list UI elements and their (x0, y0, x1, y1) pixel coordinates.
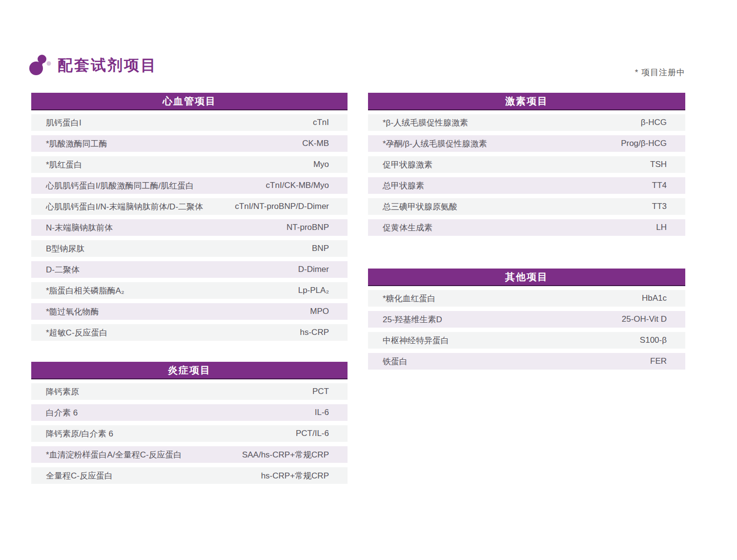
item-name: 促甲状腺激素 (383, 159, 432, 170)
table-row: *脂蛋白相关磷脂酶A₂Lp-PLA₂ (31, 282, 348, 299)
item-code: PCT/IL-6 (296, 429, 329, 438)
table-row: D-二聚体D-Dimer (31, 261, 348, 278)
item-name: 总三碘甲状腺原氨酸 (383, 201, 457, 212)
item-code: 25-OH-Vit D (622, 314, 667, 324)
table-row: 25-羟基维生素D25-OH-Vit D (368, 311, 685, 328)
table-row: N-末端脑钠肽前体NT-proBNP (31, 219, 348, 236)
table-row: 降钙素原/白介素 6PCT/IL-6 (31, 425, 348, 442)
item-code: cTnI/NT-proBNP/D-Dimer (235, 202, 329, 211)
table-row: 总三碘甲状腺原氨酸TT3 (368, 198, 685, 215)
item-name: *脂蛋白相关磷脂酶A₂ (46, 285, 124, 296)
item-code: D-Dimer (298, 265, 329, 274)
table-body-cardiovascular: 肌钙蛋白IcTnI*肌酸激酶同工酶CK-MB*肌红蛋白Myo心肌肌钙蛋白I/肌酸… (31, 114, 348, 341)
item-code: cTnI (313, 118, 329, 127)
item-code: cTnI/CK-MB/Myo (266, 181, 329, 190)
item-name: 铁蛋白 (383, 356, 408, 367)
item-code: SAA/hs-CRP+常规CRP (242, 449, 329, 460)
item-code: β-HCG (641, 118, 667, 127)
item-name: *血清淀粉样蛋白A/全量程C-反应蛋白 (46, 449, 182, 460)
table-row: B型钠尿肽BNP (31, 240, 348, 257)
item-name: *β-人绒毛膜促性腺激素 (383, 117, 468, 128)
item-code: IL-6 (315, 408, 329, 417)
right-column: 激素项目 *β-人绒毛膜促性腺激素β-HCG*孕酮/β-人绒毛膜促性腺激素Pro… (368, 93, 685, 370)
table-row: 促甲状腺激素TSH (368, 156, 685, 173)
item-code: Myo (313, 160, 329, 169)
item-code: Lp-PLA₂ (298, 286, 329, 295)
table-row: *β-人绒毛膜促性腺激素β-HCG (368, 114, 685, 131)
registration-note: * 项目注册中 (635, 67, 685, 78)
item-code: TSH (650, 160, 667, 169)
item-name: *超敏C-反应蛋白 (46, 327, 108, 338)
item-code: PCT (312, 387, 329, 396)
item-code: CK-MB (302, 139, 329, 148)
item-code: NT-proBNP (287, 223, 329, 232)
table-cardiovascular: 心血管项目 肌钙蛋白IcTnI*肌酸激酶同工酶CK-MB*肌红蛋白Myo心肌肌钙… (31, 93, 348, 341)
item-code: Prog/β-HCG (621, 139, 667, 148)
table-row: *血清淀粉样蛋白A/全量程C-反应蛋白SAA/hs-CRP+常规CRP (31, 446, 348, 463)
item-name: 促黄体生成素 (383, 222, 432, 233)
table-row: *超敏C-反应蛋白hs-CRP (31, 324, 348, 341)
table-row: *肌酸激酶同工酶CK-MB (31, 135, 348, 152)
page-title: 配套试剂项目 (58, 55, 157, 76)
item-name: *髓过氧化物酶 (46, 306, 99, 317)
item-code: S100-β (640, 335, 667, 345)
table-row: 中枢神经特异蛋白S100-β (368, 332, 685, 349)
table-row: *糖化血红蛋白HbA1c (368, 290, 685, 307)
table-body-hormone: *β-人绒毛膜促性腺激素β-HCG*孕酮/β-人绒毛膜促性腺激素Prog/β-H… (368, 114, 685, 236)
table-header-hormone: 激素项目 (368, 93, 685, 110)
table-row: *髓过氧化物酶MPO (31, 303, 348, 320)
item-name: *孕酮/β-人绒毛膜促性腺激素 (383, 138, 487, 149)
table-row: 降钙素原PCT (31, 383, 348, 400)
table-body-inflammation: 降钙素原PCT白介素 6IL-6降钙素原/白介素 6PCT/IL-6*血清淀粉样… (31, 383, 348, 484)
blob-drop-icon (28, 53, 52, 78)
table-header-other: 其他项目 (368, 269, 685, 286)
item-name: 心肌肌钙蛋白I/肌酸激酶同工酶/肌红蛋白 (46, 180, 194, 191)
item-code: BNP (312, 244, 329, 253)
item-name: *肌红蛋白 (46, 159, 82, 170)
item-name: *肌酸激酶同工酶 (46, 138, 107, 149)
item-name: 降钙素原/白介素 6 (46, 428, 113, 439)
item-name: D-二聚体 (46, 264, 80, 275)
table-hormone: 激素项目 *β-人绒毛膜促性腺激素β-HCG*孕酮/β-人绒毛膜促性腺激素Pro… (368, 93, 685, 236)
item-code: FER (650, 356, 667, 366)
item-name: 中枢神经特异蛋白 (383, 335, 449, 346)
item-code: hs-CRP (300, 328, 329, 337)
item-name: B型钠尿肽 (46, 243, 84, 254)
table-row: 全量程C-反应蛋白hs-CRP+常规CRP (31, 467, 348, 484)
table-body-other: *糖化血红蛋白HbA1c25-羟基维生素D25-OH-Vit D中枢神经特异蛋白… (368, 290, 685, 370)
table-row: 心肌肌钙蛋白I/N-末端脑钠肽前体/D-二聚体cTnI/NT-proBNP/D-… (31, 198, 348, 215)
brochure-page: 配套试剂项目 * 项目注册中 心血管项目 肌钙蛋白IcTnI*肌酸激酶同工酶CK… (0, 0, 737, 560)
item-name: *糖化血红蛋白 (383, 293, 436, 304)
item-code: MPO (310, 307, 329, 316)
item-name: 25-羟基维生素D (383, 314, 442, 325)
item-name: 肌钙蛋白I (46, 117, 82, 128)
table-row: 促黄体生成素LH (368, 219, 685, 236)
table-header-inflammation: 炎症项目 (31, 362, 348, 379)
item-code: hs-CRP+常规CRP (261, 470, 329, 481)
table-row: 肌钙蛋白IcTnI (31, 114, 348, 131)
table-other: 其他项目 *糖化血红蛋白HbA1c25-羟基维生素D25-OH-Vit D中枢神… (368, 269, 685, 370)
item-code: HbA1c (642, 293, 667, 303)
item-name: 全量程C-反应蛋白 (46, 470, 113, 481)
table-row: 白介素 6IL-6 (31, 404, 348, 421)
table-header-cardiovascular: 心血管项目 (31, 93, 348, 110)
table-row: *肌红蛋白Myo (31, 156, 348, 173)
item-code: TT3 (652, 202, 667, 211)
page-header: 配套试剂项目 (28, 53, 157, 78)
table-row: 心肌肌钙蛋白I/肌酸激酶同工酶/肌红蛋白cTnI/CK-MB/Myo (31, 177, 348, 194)
item-name: 心肌肌钙蛋白I/N-末端脑钠肽前体/D-二聚体 (46, 201, 203, 212)
item-name: 白介素 6 (46, 407, 78, 418)
table-row: 总甲状腺素TT4 (368, 177, 685, 194)
item-code: TT4 (652, 181, 667, 190)
item-name: 总甲状腺素 (383, 180, 424, 191)
table-inflammation: 炎症项目 降钙素原PCT白介素 6IL-6降钙素原/白介素 6PCT/IL-6*… (31, 362, 348, 484)
item-code: LH (656, 223, 667, 232)
item-name: N-末端脑钠肽前体 (46, 222, 113, 233)
table-row: 铁蛋白FER (368, 353, 685, 370)
table-row: *孕酮/β-人绒毛膜促性腺激素Prog/β-HCG (368, 135, 685, 152)
item-name: 降钙素原 (46, 386, 79, 397)
left-column: 心血管项目 肌钙蛋白IcTnI*肌酸激酶同工酶CK-MB*肌红蛋白Myo心肌肌钙… (31, 93, 348, 484)
